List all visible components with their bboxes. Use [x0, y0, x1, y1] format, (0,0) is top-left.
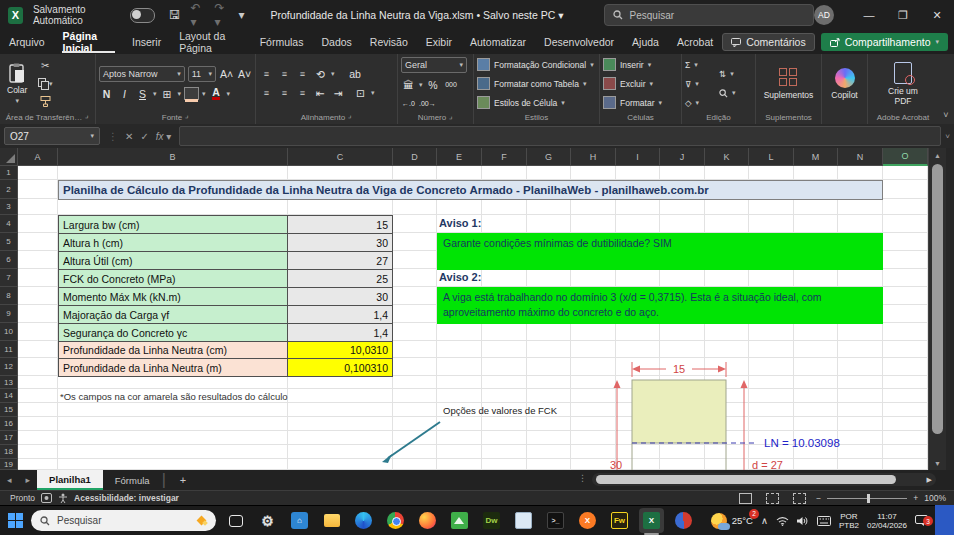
fill-color-icon[interactable] — [184, 86, 199, 101]
zoom-out-icon[interactable]: − — [816, 493, 821, 503]
minimize-button[interactable]: — — [852, 0, 886, 30]
decrease-decimal-icon[interactable]: .00→ — [419, 96, 436, 111]
cells-canvas[interactable]: Planilha de Cálculo da Profundidade da L… — [18, 166, 928, 470]
page-layout-view-icon[interactable] — [766, 493, 779, 504]
clear-button[interactable]: ◇ ▾ — [685, 95, 715, 110]
language-indicator[interactable]: PORPTB2 — [839, 512, 859, 530]
column-header-A[interactable]: A — [18, 148, 58, 166]
orientation-icon[interactable]: ⟲ — [313, 67, 328, 82]
insert-cells-button[interactable]: Inserir ▾ — [603, 57, 678, 72]
page-break-view-icon[interactable] — [793, 493, 806, 504]
collapse-ribbon-icon[interactable]: ˅ — [938, 54, 954, 124]
sheet-tab-formula[interactable]: Fórmula — [103, 470, 162, 490]
row-header-16[interactable]: 16 — [0, 417, 18, 431]
new-sheet-button[interactable]: + — [166, 474, 200, 486]
format-painter-icon[interactable] — [35, 94, 55, 109]
table-row-label[interactable]: FCK do Concreto (MPa) — [58, 269, 288, 288]
menu-tab-arquivo[interactable]: Arquivo — [0, 30, 54, 54]
borders-icon[interactable]: ⊞ — [160, 86, 175, 101]
cell-styles-button[interactable]: Estilos de Célula ▾ — [477, 95, 596, 110]
maximize-button[interactable]: ❐ — [886, 0, 920, 30]
table-row-value[interactable]: 25 — [287, 269, 393, 288]
align-middle-icon[interactable]: ≡ — [277, 67, 292, 82]
row-header-3[interactable]: 3 — [0, 199, 18, 215]
bold-button[interactable]: N — [99, 86, 114, 101]
align-right-icon[interactable]: ≡ — [295, 86, 310, 101]
clock[interactable]: 11:0702/04/2026 — [867, 512, 907, 530]
column-header-I[interactable]: I — [616, 148, 660, 166]
merge-center-icon[interactable]: ⊡ — [353, 86, 368, 101]
weather-widget[interactable]: 2 25°C — [711, 513, 753, 529]
horizontal-scroll-thumb[interactable] — [596, 475, 896, 484]
aviso1-box[interactable]: Garante condições mínimas de dutibilidad… — [437, 233, 883, 270]
touch-keyboard-icon[interactable] — [817, 516, 831, 526]
menu-tab-acrobat[interactable]: Acrobat — [668, 30, 722, 54]
formula-input[interactable] — [179, 126, 941, 146]
file-explorer-taskbar-button[interactable] — [319, 508, 344, 533]
addins-button[interactable]: Suplementos — [760, 57, 818, 110]
close-button[interactable]: ✕ — [920, 0, 954, 30]
firefox-taskbar-button[interactable] — [415, 508, 440, 533]
autosum-button[interactable]: Σ ▾ — [685, 57, 715, 72]
share-button[interactable]: Compartilhamento ▾ — [821, 33, 948, 51]
paste-button[interactable]: Colar▾ — [3, 57, 31, 110]
vertical-scrollbar[interactable]: ▲ ▼ — [928, 148, 946, 470]
row-header-13[interactable]: 13 — [0, 376, 18, 389]
currency-icon[interactable]: 🏛 — [401, 77, 416, 92]
macro-record-icon[interactable] — [41, 493, 52, 503]
taskbar-search[interactable]: Pesquisar — [31, 510, 216, 531]
dialog-launcher-icon[interactable]: › — [447, 113, 456, 122]
dialog-launcher-icon[interactable]: › — [183, 112, 192, 121]
row-header-2[interactable]: 2 — [0, 180, 18, 199]
row-header-1[interactable]: 1 — [0, 166, 18, 180]
user-avatar[interactable]: AD — [814, 5, 834, 25]
column-header-K[interactable]: K — [705, 148, 749, 166]
table-row-label[interactable]: Largura bw (cm) — [58, 215, 288, 234]
row-header-4[interactable]: 4 — [0, 215, 18, 233]
table-row-value[interactable]: 1,4 — [287, 323, 393, 342]
align-bottom-icon[interactable]: ≡ — [295, 67, 310, 82]
dreamweaver-taskbar-button[interactable]: Dw — [479, 508, 504, 533]
row-header-11[interactable]: 11 — [0, 341, 18, 358]
row-header-15[interactable]: 15 — [0, 403, 18, 417]
row-header-9[interactable]: 9 — [0, 305, 18, 323]
format-as-table-button[interactable]: Formatar como Tabela ▾ — [477, 76, 596, 91]
copilot-button[interactable]: Copilot — [827, 57, 861, 110]
scroll-up-icon[interactable]: ▲ — [929, 148, 946, 162]
dialog-launcher-icon[interactable]: › — [346, 112, 355, 121]
align-center-icon[interactable]: ≡ — [277, 86, 292, 101]
font-size-select[interactable]: 11▾ — [188, 66, 216, 82]
edge-taskbar-button[interactable] — [351, 508, 376, 533]
font-color-icon[interactable]: A — [209, 86, 224, 101]
italic-button[interactable]: I — [117, 86, 132, 101]
menu-tab-dados[interactable]: Dados — [312, 30, 360, 54]
table-row-value[interactable]: 0,100310 — [287, 358, 393, 377]
increase-indent-icon[interactable]: ⇥ — [331, 86, 346, 101]
column-header-O[interactable]: O — [883, 148, 928, 166]
zoom-in-icon[interactable]: + — [913, 493, 918, 503]
yellow-fields-note[interactable]: *Os campos na cor amarela são resultados… — [60, 391, 288, 402]
decrease-indent-icon[interactable]: ⇤ — [313, 86, 328, 101]
normal-view-icon[interactable] — [739, 493, 752, 504]
table-row-label[interactable]: Majoração da Carga γf — [58, 305, 288, 324]
row-header-7[interactable]: 7 — [0, 269, 18, 287]
wrap-text-icon[interactable]: ab — [348, 67, 363, 82]
wifi-icon[interactable] — [776, 516, 789, 526]
document-title[interactable]: Profundidade da Linha Neutra da Viga.xls… — [271, 9, 564, 21]
table-row-value[interactable]: 30 — [287, 287, 393, 306]
expand-formula-bar-icon[interactable]: ˅ — [945, 132, 950, 141]
notepad-taskbar-button[interactable] — [511, 508, 536, 533]
scroll-right-icon[interactable]: ▶ — [927, 476, 932, 484]
comma-style-icon[interactable]: 000 — [444, 77, 459, 92]
accessibility-icon[interactable] — [58, 493, 68, 503]
chrome-taskbar-button[interactable] — [383, 508, 408, 533]
menu-tab-layout-da-pagina[interactable]: Layout da Página — [170, 30, 251, 54]
column-header-G[interactable]: G — [527, 148, 571, 166]
create-pdf-button[interactable]: Crie um PDF — [876, 57, 930, 110]
fireworks-taskbar-button[interactable]: Fw — [607, 508, 632, 533]
table-row-value[interactable]: 30 — [287, 233, 393, 252]
row-header-14[interactable]: 14 — [0, 389, 18, 403]
task-view-taskbar-button[interactable] — [223, 508, 248, 533]
sheet-tab-planilha1[interactable]: Planilha1 — [37, 470, 103, 490]
menu-tab-pagina-inicial[interactable]: Página Inicial — [54, 30, 123, 54]
